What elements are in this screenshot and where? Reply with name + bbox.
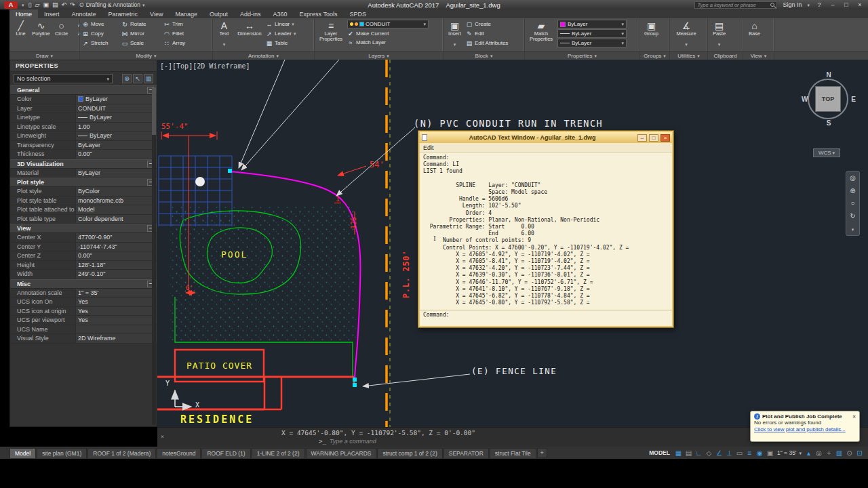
property-row[interactable]: Plot table attached to Model	[10, 205, 157, 215]
text-window[interactable]: AutoCAD Text Window - Aguilar_site_1.dwg…	[418, 130, 674, 328]
layout-tab[interactable]: notesGround	[157, 448, 201, 458]
qat-icon[interactable]: ▱	[35, 1, 39, 9]
property-row[interactable]: UCS Name	[10, 325, 157, 335]
wcs-dropdown[interactable]: WCS	[813, 148, 840, 157]
section-header-view[interactable]: View	[10, 224, 157, 233]
viewcube-west[interactable]: W	[802, 96, 808, 103]
draw-panel-label[interactable]: Draw	[9, 52, 80, 60]
text-button[interactable]: A Text	[215, 20, 233, 49]
ribbon-tab[interactable]: SPDS	[343, 9, 372, 18]
palette-tool-icon[interactable]: ▥	[144, 74, 153, 83]
qat-icon[interactable]: ▤	[52, 1, 58, 9]
layers-panel-label[interactable]: Layers	[315, 52, 443, 60]
property-row[interactable]: Material ByLayer	[10, 169, 157, 178]
view-panel-label[interactable]: View	[743, 52, 774, 60]
palette-scrollbar[interactable]	[152, 87, 156, 425]
close-icon[interactable]: ×	[852, 413, 856, 420]
ribbon-tab[interactable]: Express Tools	[294, 9, 344, 18]
grip-point[interactable]	[228, 169, 232, 173]
property-row[interactable]: Transparency ByLayer	[10, 141, 157, 150]
layout-tab[interactable]: struct Flat Tile	[490, 448, 536, 458]
layer-dropdown[interactable]: CONDUIT	[347, 20, 429, 28]
model-space-indicator[interactable]: MODEL	[649, 449, 670, 456]
block-tool-button[interactable]: ▤ Edit Attributes	[466, 39, 508, 47]
draw-tool-button[interactable]: ╱ Line	[12, 20, 30, 37]
property-row[interactable]: Center X 47700'-0.90"	[10, 233, 157, 243]
property-row[interactable]: Height 128'-1.18"	[10, 261, 157, 270]
status-toggle-icon[interactable]: ∠	[715, 449, 724, 457]
modify-tool-button[interactable]: ⊕ Move	[82, 20, 121, 28]
property-row[interactable]: Linetype scale 1.00	[10, 123, 157, 132]
draw-tool-button[interactable]: ◠ Arc	[73, 20, 80, 37]
group-button[interactable]: ▣ Group	[642, 20, 660, 37]
draw-tool-button[interactable]: ∿ Polyline	[32, 20, 50, 37]
layout-tab[interactable]: site plan (GM1)	[37, 448, 87, 458]
block-panel-label[interactable]: Block	[443, 52, 525, 60]
edit-menu[interactable]: Edit	[423, 144, 434, 151]
palette-tool-icon[interactable]: ↖	[133, 74, 142, 83]
status-toggle-icon[interactable]: ◎	[814, 449, 823, 457]
minimize-button[interactable]: –	[829, 1, 837, 8]
modify-tool-button[interactable]: ⊞ Copy	[82, 29, 121, 38]
dimension-button[interactable]: ↔ Dimension	[235, 20, 264, 37]
close-button[interactable]: ×	[660, 134, 670, 142]
close-button[interactable]: ×	[856, 1, 864, 8]
restore-button[interactable]: □	[649, 134, 658, 142]
status-toggle-icon[interactable]: ◉	[755, 449, 764, 457]
new-layout-button[interactable]: +	[537, 448, 547, 458]
text-window-titlebar[interactable]: AutoCAD Text Window - Aguilar_site_1.dwg…	[420, 132, 672, 143]
utilities-panel-label[interactable]: Utilities	[670, 52, 708, 60]
property-row[interactable]: Thickness 0.00"	[10, 150, 157, 159]
property-row[interactable]: UCS icon On Yes	[10, 298, 157, 307]
viewport-controls[interactable]: [-][Top][2D Wireframe]	[160, 62, 250, 70]
property-row[interactable]: UCS per viewport Yes	[10, 316, 157, 325]
chevron-down-icon[interactable]	[852, 225, 854, 232]
search-icon[interactable]	[770, 3, 774, 7]
ribbon-tab[interactable]: Home	[9, 9, 38, 18]
layer-properties-button[interactable]: ≡ Layer Properties	[317, 20, 345, 42]
modify-tool-button[interactable]: ↻ Rotate	[121, 20, 163, 28]
property-row[interactable]: Lineweight ByLayer	[10, 131, 157, 141]
viewcube-north[interactable]: N	[826, 71, 831, 79]
qat-icon[interactable]: ▣	[43, 1, 49, 9]
bylayer-dropdown[interactable]: ByLayer	[557, 20, 627, 28]
status-toggle-icon[interactable]: ▦	[674, 449, 683, 457]
status-toggle-icon[interactable]: ▤	[684, 449, 693, 457]
property-row[interactable]: Annotation scale 1" = 35'	[10, 289, 157, 298]
bylayer-dropdown[interactable]: ByLayer	[557, 29, 627, 38]
text-window-content[interactable]: I Command:Command: LILIST 1 found SPLINE…	[420, 152, 672, 310]
qat-icon[interactable]: ▯	[28, 1, 32, 9]
property-row[interactable]: Visual Style 2D Wireframe	[10, 334, 157, 344]
minimize-button[interactable]: –	[637, 134, 647, 142]
plot-notification[interactable]: i Plot and Publish Job Complete × No err…	[750, 411, 860, 442]
annotation-scale-control[interactable]: 1" = 35'	[777, 449, 797, 456]
palette-title[interactable]: PROPERTIES	[10, 60, 157, 72]
viewcube-south[interactable]: S	[827, 119, 831, 127]
section-header-general[interactable]: General	[10, 85, 157, 95]
navigation-bar[interactable]: ◎ ⊕ ○ ↻	[846, 171, 860, 236]
workspace-dropdown[interactable]: ⊙ Drafting & Annotation	[79, 1, 145, 8]
insert-block-button[interactable]: ▣ Insert	[446, 20, 464, 49]
property-row[interactable]: Center Y -110744'-7.43"	[10, 243, 157, 252]
section-header-3d[interactable]: 3D Visualization	[10, 159, 157, 169]
property-row[interactable]: Plot table type Color dependent	[10, 215, 157, 224]
status-toggle-icon[interactable]: ⊥	[725, 449, 734, 457]
modify-panel-label[interactable]: Modify	[80, 52, 213, 60]
property-row[interactable]: Center Z 0.00"	[10, 251, 157, 261]
status-toggle-icon[interactable]: ≡	[745, 449, 754, 457]
app-menu-chevron-icon[interactable]	[22, 1, 24, 8]
ribbon-tab[interactable]: View	[144, 9, 169, 18]
status-toggle-icon[interactable]: ∟	[694, 449, 703, 457]
property-row[interactable]: Layer CONDUIT	[10, 104, 157, 114]
paste-button[interactable]: ▤ Paste	[710, 20, 728, 49]
status-toggle-icon[interactable]: ⊡	[855, 449, 864, 457]
close-icon[interactable]: ×	[161, 434, 164, 440]
full-navigation-wheel-icon[interactable]: ◎	[850, 174, 856, 182]
scrollbar-thumb[interactable]	[152, 87, 156, 135]
layer-tool-button[interactable]: ≈ Match Layer	[347, 38, 429, 47]
property-row[interactable]: Width 249'-0.10"	[10, 270, 157, 279]
ribbon-tab[interactable]: Add-ins	[234, 9, 267, 18]
status-toggle-icon[interactable]: +	[825, 449, 833, 457]
status-toggle-icon[interactable]: ▥	[835, 449, 844, 457]
layout-tab[interactable]: 1-LINE 2 of 2 (2)	[252, 448, 305, 458]
